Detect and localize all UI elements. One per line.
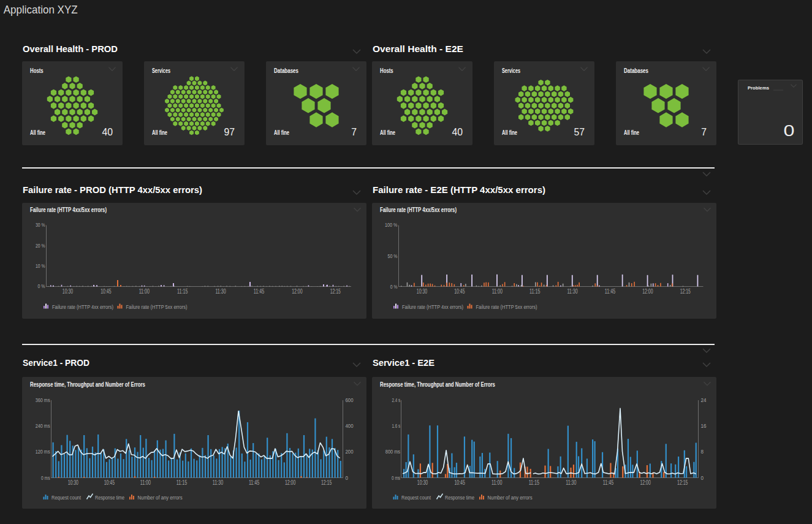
svg-text:40: 40 bbox=[452, 127, 463, 137]
svg-text:12:15: 12:15 bbox=[330, 288, 341, 295]
svg-text:Response time, Throughput and: Response time, Throughput and Number of … bbox=[30, 381, 145, 388]
svg-text:11:45: 11:45 bbox=[605, 288, 616, 295]
svg-text:Number of any errors: Number of any errors bbox=[138, 494, 183, 501]
svg-text:12:15: 12:15 bbox=[680, 288, 691, 295]
svg-text:600: 600 bbox=[346, 397, 354, 403]
svg-text:All fine: All fine bbox=[380, 129, 395, 136]
svg-text:11:15: 11:15 bbox=[529, 479, 540, 486]
svg-text:10:30: 10:30 bbox=[417, 288, 428, 295]
svg-text:All fine: All fine bbox=[152, 129, 167, 136]
svg-text:97: 97 bbox=[224, 127, 235, 137]
svg-text:8: 8 bbox=[701, 449, 704, 455]
svg-text:Number of any errors: Number of any errors bbox=[488, 494, 533, 501]
svg-text:Overall Health - PROD: Overall Health - PROD bbox=[23, 44, 118, 54]
svg-text:0 %: 0 % bbox=[38, 283, 45, 289]
svg-text:11:00: 11:00 bbox=[492, 288, 503, 295]
svg-text:All fine: All fine bbox=[30, 129, 45, 136]
svg-text:Failure rate (HTTP 4xx/5xx err: Failure rate (HTTP 4xx/5xx errors) bbox=[380, 207, 457, 213]
svg-text:0: 0 bbox=[784, 122, 795, 139]
svg-text:Failure rate (HTTP 4xx errors): Failure rate (HTTP 4xx errors) bbox=[402, 303, 463, 310]
svg-text:24: 24 bbox=[701, 397, 707, 403]
svg-text:11:15: 11:15 bbox=[177, 288, 188, 295]
svg-text:11:30: 11:30 bbox=[566, 479, 577, 486]
svg-text:Request count: Request count bbox=[401, 494, 431, 501]
svg-text:10:45: 10:45 bbox=[104, 479, 115, 486]
svg-text:57: 57 bbox=[574, 127, 585, 137]
svg-text:Failure rate (HTTP 4xx errors): Failure rate (HTTP 4xx errors) bbox=[52, 303, 113, 310]
svg-text:0 ms: 0 ms bbox=[392, 475, 400, 481]
svg-text:10:30: 10:30 bbox=[68, 479, 79, 486]
svg-text:Response time: Response time bbox=[95, 494, 124, 501]
svg-text:0 %: 0 % bbox=[390, 284, 398, 290]
svg-text:Databases: Databases bbox=[624, 67, 648, 74]
svg-text:360 ms: 360 ms bbox=[36, 397, 50, 403]
svg-text:1.6 s: 1.6 s bbox=[392, 423, 401, 429]
svg-text:10:45: 10:45 bbox=[454, 479, 465, 486]
svg-text:11:30: 11:30 bbox=[567, 288, 578, 295]
svg-text:11:30: 11:30 bbox=[213, 479, 224, 486]
svg-text:10 %: 10 % bbox=[36, 263, 45, 269]
svg-text:30 %: 30 % bbox=[36, 222, 45, 228]
svg-text:10:45: 10:45 bbox=[101, 288, 112, 295]
svg-text:800 ms: 800 ms bbox=[385, 449, 400, 455]
svg-text:50 %: 50 % bbox=[388, 253, 398, 259]
svg-text:7: 7 bbox=[701, 127, 707, 137]
svg-text:Hosts: Hosts bbox=[380, 67, 393, 74]
svg-text:40: 40 bbox=[102, 127, 113, 137]
svg-text:12:00: 12:00 bbox=[640, 479, 651, 486]
svg-text:Hosts: Hosts bbox=[30, 67, 44, 74]
svg-text:10:30: 10:30 bbox=[417, 479, 428, 486]
svg-text:Problems: Problems bbox=[748, 85, 770, 91]
svg-text:12:00: 12:00 bbox=[285, 479, 296, 486]
svg-text:11:15: 11:15 bbox=[176, 479, 188, 486]
svg-text:Application XYZ: Application XYZ bbox=[4, 3, 78, 16]
svg-text:11:00: 11:00 bbox=[139, 288, 150, 295]
svg-text:Databases: Databases bbox=[274, 67, 298, 74]
svg-text:12:00: 12:00 bbox=[642, 288, 653, 295]
svg-text:12:15: 12:15 bbox=[677, 479, 688, 486]
svg-text:100 %: 100 % bbox=[385, 222, 398, 228]
svg-text:Failure rate (HTTP 5xx errors): Failure rate (HTTP 5xx errors) bbox=[126, 303, 188, 310]
svg-text:11:45: 11:45 bbox=[603, 479, 614, 486]
svg-text:Failure rate (HTTP 4xx/5xx err: Failure rate (HTTP 4xx/5xx errors) bbox=[30, 207, 107, 213]
svg-text:11:00: 11:00 bbox=[140, 479, 151, 486]
svg-text:16: 16 bbox=[701, 423, 707, 429]
svg-text:Service1 - PROD: Service1 - PROD bbox=[23, 358, 89, 368]
svg-text:11:45: 11:45 bbox=[249, 479, 260, 486]
svg-text:11:00: 11:00 bbox=[491, 479, 503, 486]
svg-text:0: 0 bbox=[701, 475, 704, 481]
svg-text:Service1 - E2E: Service1 - E2E bbox=[373, 358, 434, 368]
svg-text:Failure rate - E2E (HTTP 4xx/5: Failure rate - E2E (HTTP 4xx/5xx errors) bbox=[373, 185, 545, 195]
svg-text:Failure rate (HTTP 5xx errors): Failure rate (HTTP 5xx errors) bbox=[476, 303, 537, 310]
svg-text:10:30: 10:30 bbox=[63, 288, 74, 295]
svg-text:11:30: 11:30 bbox=[215, 288, 226, 295]
svg-text:200: 200 bbox=[346, 449, 354, 455]
svg-text:All fine: All fine bbox=[624, 129, 639, 136]
svg-text:11:45: 11:45 bbox=[254, 288, 265, 295]
svg-text:0: 0 bbox=[346, 475, 349, 481]
svg-text:All fine: All fine bbox=[274, 129, 289, 136]
svg-text:Services: Services bbox=[502, 67, 520, 74]
svg-text:120 ms: 120 ms bbox=[36, 449, 50, 455]
svg-text:12:00: 12:00 bbox=[292, 288, 303, 295]
svg-text:Failure rate - PROD (HTTP 4xx/: Failure rate - PROD (HTTP 4xx/5xx errors… bbox=[23, 185, 202, 195]
svg-text:Request count: Request count bbox=[51, 494, 81, 501]
svg-text:2.4 s: 2.4 s bbox=[392, 397, 401, 403]
svg-text:Response time, Throughput and: Response time, Throughput and Number of … bbox=[380, 381, 495, 388]
svg-text:Response time: Response time bbox=[445, 494, 474, 501]
svg-text:0 ms: 0 ms bbox=[41, 475, 50, 481]
svg-text:Overall Health - E2E: Overall Health - E2E bbox=[373, 44, 463, 54]
svg-text:12:15: 12:15 bbox=[321, 479, 332, 486]
svg-text:240 ms: 240 ms bbox=[36, 423, 50, 429]
svg-text:20 %: 20 % bbox=[36, 243, 45, 249]
svg-text:400: 400 bbox=[346, 423, 354, 429]
svg-text:Services: Services bbox=[152, 67, 170, 74]
svg-text:7: 7 bbox=[351, 127, 357, 137]
svg-text:11:15: 11:15 bbox=[529, 288, 541, 295]
svg-text:10:45: 10:45 bbox=[454, 288, 465, 295]
svg-text:All fine: All fine bbox=[502, 129, 517, 136]
